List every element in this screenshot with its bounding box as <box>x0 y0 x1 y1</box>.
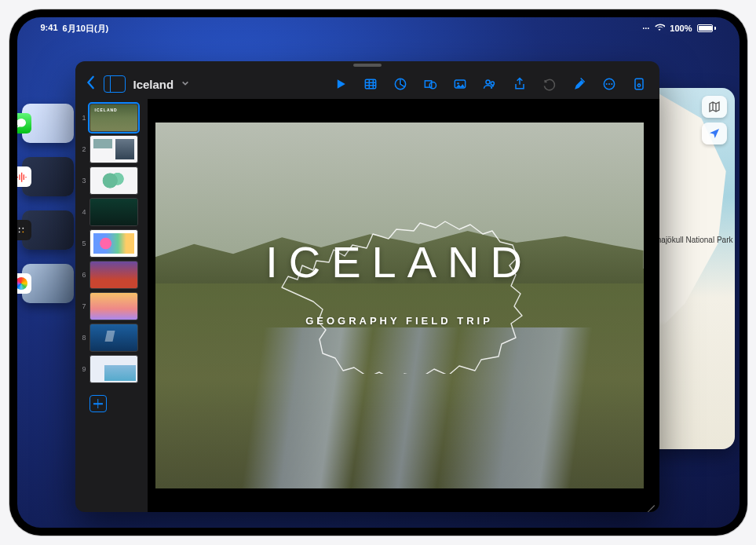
shape-button[interactable] <box>418 73 443 95</box>
slide-thumb-3[interactable] <box>89 166 138 195</box>
ipad-screen: 9:41 6月10日(月) ··· 100% <box>17 17 740 528</box>
svg-rect-5 <box>365 79 375 89</box>
switcher-card-photos[interactable] <box>22 264 74 303</box>
media-button[interactable] <box>447 73 473 95</box>
maps-mode-button[interactable] <box>702 96 727 118</box>
status-time: 9:41 <box>41 23 58 35</box>
messages-icon <box>17 113 31 134</box>
slide-content[interactable]: ICELAND GEOGRAPHY FIELD TRIP <box>155 123 644 488</box>
three-dots-icon[interactable]: ··· <box>642 24 649 33</box>
battery-icon <box>697 24 716 32</box>
resize-handle-icon[interactable] <box>644 496 655 507</box>
slide-subtitle-text[interactable]: GEOGRAPHY FIELD TRIP <box>305 314 493 326</box>
svg-point-4 <box>22 231 24 232</box>
play-button[interactable] <box>328 73 353 95</box>
slide-thumb-9[interactable] <box>89 355 138 383</box>
status-date: 6月10日(月) <box>63 23 109 35</box>
switcher-card-voice-memos[interactable] <box>22 157 74 196</box>
svg-point-16 <box>611 83 612 85</box>
status-bar: 9:41 6月10日(月) ··· 100% <box>17 17 740 36</box>
maps-locate-button[interactable] <box>702 123 727 144</box>
svg-point-18 <box>637 84 640 86</box>
add-slide-button[interactable] <box>89 395 107 412</box>
share-button[interactable] <box>507 73 532 95</box>
format-button[interactable] <box>567 73 592 95</box>
svg-point-12 <box>491 82 494 85</box>
switcher-card-calculator[interactable] <box>22 210 74 250</box>
svg-point-2 <box>22 228 24 229</box>
undo-button[interactable] <box>537 73 562 95</box>
app-switcher-stack <box>22 104 74 303</box>
table-button[interactable] <box>358 73 383 95</box>
slide-thumb-8[interactable] <box>89 324 138 352</box>
svg-point-14 <box>605 83 607 85</box>
slide-thumb-1[interactable] <box>89 104 138 132</box>
slide-thumb-5[interactable] <box>89 229 138 258</box>
slide-thumb-7[interactable] <box>89 292 138 320</box>
slide-thumb-6[interactable] <box>89 261 138 289</box>
chevron-down-icon[interactable] <box>181 79 189 89</box>
switcher-card-messages[interactable] <box>22 104 74 143</box>
battery-percent: 100% <box>670 24 692 33</box>
svg-point-3 <box>18 231 20 232</box>
ipad-frame: 9:41 6月10日(月) ··· 100% <box>9 9 747 536</box>
document-options-button[interactable] <box>626 73 652 95</box>
collaborate-button[interactable] <box>477 73 502 95</box>
back-button[interactable] <box>83 75 99 93</box>
calculator-icon <box>17 220 31 240</box>
wifi-icon <box>654 24 665 33</box>
keynote-window[interactable]: Iceland <box>75 61 659 512</box>
svg-rect-7 <box>425 81 431 87</box>
keynote-toolbar: Iceland <box>75 69 659 99</box>
add-slide-area <box>75 388 148 419</box>
chart-button[interactable] <box>388 73 413 95</box>
slide-title-text[interactable]: ICELAND <box>265 236 533 287</box>
window-drag-handle[interactable] <box>75 61 659 69</box>
svg-point-15 <box>608 83 609 85</box>
slide-canvas[interactable]: ICELAND GEOGRAPHY FIELD TRIP <box>148 99 659 512</box>
svg-point-10 <box>457 82 459 85</box>
svg-point-11 <box>486 80 490 84</box>
photos-icon <box>17 273 31 294</box>
voice-memos-icon <box>17 166 31 187</box>
svg-rect-0 <box>17 226 25 235</box>
svg-point-1 <box>18 228 20 229</box>
more-button[interactable] <box>597 73 622 95</box>
slide-navigator[interactable]: 1 2 3 4 5 6 7 8 9 <box>75 99 148 388</box>
slide-thumb-4[interactable] <box>89 198 138 226</box>
slide-thumb-2[interactable] <box>89 135 138 163</box>
svg-point-8 <box>429 82 436 89</box>
view-options-button[interactable] <box>104 75 126 93</box>
document-title[interactable]: Iceland <box>133 78 174 91</box>
